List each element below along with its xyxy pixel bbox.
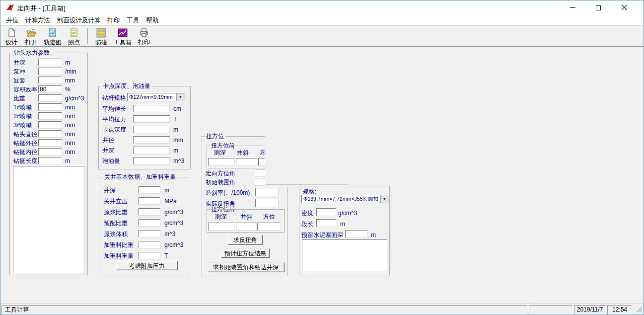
casing-spec-combo-value: Φ139.7mm×7.72mm×J55长圆扣 <box>302 195 380 203</box>
field-label: 原浆比重 <box>104 209 128 216</box>
casing-spec-combo[interactable]: Φ139.7mm×7.72mm×J55长圆扣 ▼ <box>301 195 389 203</box>
col-header-md: 测深 <box>215 213 227 220</box>
menu-bar: 井位计算方法剖面设计及计算打印工具帮助 <box>0 15 644 26</box>
torsion-before-azimuth-input[interactable] <box>258 158 265 166</box>
build-rate-input[interactable] <box>255 188 279 196</box>
field-label: 卡点深度 <box>102 126 126 133</box>
extra-pressure-button[interactable]: 考虑附加压力 <box>116 261 178 270</box>
col-header-inclination: 井斜 <box>240 213 252 220</box>
field-input[interactable] <box>139 241 160 248</box>
window-title: 定向井 - [工具箱] <box>17 4 66 13</box>
toolbar-button-label: 打开 <box>25 38 37 47</box>
torsion-after-azimuth-input[interactable] <box>257 223 281 231</box>
field-input[interactable] <box>133 105 170 112</box>
unit-label: /min <box>65 68 76 75</box>
field-input[interactable] <box>133 147 170 154</box>
field-input[interactable] <box>139 230 160 237</box>
unit-label: m <box>173 126 178 133</box>
field-input[interactable] <box>38 121 62 129</box>
torsion-group-border-right <box>287 187 287 276</box>
field-label: 井径 <box>102 137 114 144</box>
maximize-icon <box>596 5 601 10</box>
toolbar-anti-collision-button[interactable]: 防碰 <box>91 27 111 47</box>
menu-item-3[interactable]: 剖面设计及计算 <box>54 15 104 26</box>
toolbar-new-button[interactable]: 设计 <box>1 27 21 47</box>
torsion-before-md-input[interactable] <box>208 158 235 166</box>
menu-item-2[interactable]: 计算方法 <box>22 15 54 26</box>
field-input[interactable] <box>38 103 62 111</box>
toolbar-print-button[interactable]: 打印 <box>134 27 154 47</box>
field-input[interactable] <box>38 139 62 147</box>
torsion-after-md-input[interactable] <box>208 223 234 231</box>
toolbar-toolbox-button[interactable]: 工具箱 <box>111 27 134 47</box>
survey-points-icon <box>69 28 79 38</box>
overlap-panel-edge <box>265 184 348 185</box>
field-input[interactable] <box>38 77 62 84</box>
toolbar-button-label: 测点 <box>68 38 80 47</box>
casing-listbox[interactable] <box>302 239 387 271</box>
field-input[interactable] <box>38 94 62 102</box>
field-label: 钻挺内径 <box>13 149 37 156</box>
field-label: 井深 <box>13 59 25 66</box>
field-label: 2#喷嘴 <box>13 113 32 120</box>
menu-item-1[interactable]: 井位 <box>2 15 22 26</box>
actual-reactive-torque-input[interactable] <box>255 199 279 207</box>
chevron-down-icon[interactable]: ▼ <box>380 195 388 203</box>
orientation-azimuth-input[interactable] <box>255 169 265 177</box>
field-label: 泵冲 <box>13 68 25 75</box>
unit-label: % <box>65 86 71 93</box>
calc-initial-toolface-and-depth-button[interactable]: 求初始装置角和钻达井深 <box>207 262 285 272</box>
calc-reverse-twist-button[interactable]: 求反扭角 <box>228 235 263 245</box>
toolbar-trajectory-button[interactable]: 轨迹图 <box>41 27 64 47</box>
segment-length-input[interactable] <box>316 219 336 227</box>
torsion-after-inclination-input[interactable] <box>236 223 256 231</box>
predict-torsion-result-button[interactable]: 预计扭方位结果 <box>221 248 270 258</box>
resize-grip-icon[interactable] <box>636 306 643 315</box>
field-input[interactable] <box>139 208 160 216</box>
cement-plug-depth-input[interactable] <box>345 230 368 238</box>
field-label: 预配比重 <box>104 220 128 227</box>
initial-toolface-input[interactable] <box>255 178 265 186</box>
field-input[interactable] <box>38 59 62 66</box>
stuck-point-rows: 平均伸长cm平均拉力T卡点深度m井径mm井深m泡油量m^3 <box>98 86 191 169</box>
field-input[interactable] <box>133 157 170 164</box>
field-input[interactable] <box>38 85 62 93</box>
field-label: 3#喷嘴 <box>13 122 32 129</box>
density-input[interactable] <box>316 208 336 216</box>
field-input[interactable] <box>38 157 62 164</box>
unit-label: mm <box>65 149 75 156</box>
title-bar: 定向井 - [工具箱] <box>0 0 644 15</box>
col-header-azimuth: 方位 <box>263 213 275 220</box>
menu-item-5[interactable]: 工具 <box>124 15 143 26</box>
toolbar-open-button[interactable]: 打开 <box>21 27 41 47</box>
torsion-group-title: 扭方位 <box>205 133 225 140</box>
status-time-panel: 12:54 <box>607 305 632 315</box>
field-input[interactable] <box>38 130 62 138</box>
menu-item-4[interactable]: 打印 <box>104 15 124 26</box>
menu-item-6[interactable]: 帮助 <box>143 15 162 26</box>
toolbox-icon <box>118 28 128 38</box>
unit-label: T <box>173 116 177 123</box>
field-input[interactable] <box>133 136 170 144</box>
field-input[interactable] <box>139 197 160 205</box>
field-label: 平均拉力 <box>102 116 126 123</box>
minimize-button[interactable] <box>562 0 583 15</box>
segment-length-unit: m <box>340 221 345 228</box>
toolbar-survey-points-button[interactable]: 测点 <box>64 27 84 47</box>
torsion-group-border-bottom <box>202 276 287 276</box>
field-input[interactable] <box>133 126 170 133</box>
unit-label: mm <box>65 113 75 120</box>
field-input[interactable] <box>139 186 160 194</box>
maximize-button[interactable] <box>587 0 609 15</box>
field-input[interactable] <box>139 252 160 259</box>
field-input[interactable] <box>38 112 62 120</box>
unit-label: m <box>65 59 70 66</box>
close-button[interactable] <box>613 0 635 15</box>
torsion-before-inclination-input[interactable] <box>236 158 257 166</box>
toolbar-button-label: 设计 <box>5 38 17 47</box>
field-input[interactable] <box>139 219 160 227</box>
field-input[interactable] <box>133 115 170 123</box>
hydraulics-listbox[interactable] <box>13 166 85 273</box>
field-input[interactable] <box>38 68 62 75</box>
field-input[interactable] <box>38 148 62 156</box>
